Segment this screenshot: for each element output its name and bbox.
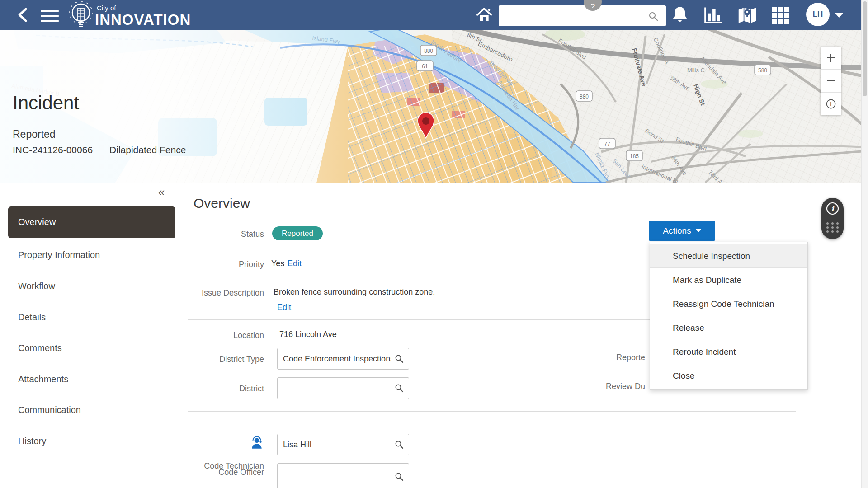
page-title: Incident [13,92,79,114]
priority-label: Priority [149,260,264,269]
incident-id: INC-241126-00066 [13,145,93,155]
sidebar-item-history[interactable]: History [18,436,46,446]
lookup-search-icon[interactable] [395,440,404,449]
reported-label-partial: Reporte [616,353,645,362]
drag-handle-dots-icon[interactable] [826,222,839,233]
chevron-down-icon [696,229,701,233]
scrollbar-thumb[interactable] [863,1,867,96]
incident-id-row: INC-241126-00066 Dilapidated Fence [13,144,186,156]
map-info-button[interactable]: i [821,93,841,115]
priority-value: Yes [271,259,284,268]
code-technician-fieldwrap [277,434,409,455]
map-pin-icon[interactable] [416,112,436,139]
search-icon[interactable] [648,11,658,21]
zoom-out-button[interactable] [821,70,841,93]
issue-description-label: Issue Description [149,288,264,298]
incident-type: Dilapidated Fence [109,145,186,155]
map-canvas: 8806188058077185 Island FwyAlameda Harbo… [0,30,868,183]
incident-map[interactable]: 8806188058077185 Island FwyAlameda Harbo… [0,30,868,183]
district-label: District [149,384,264,394]
code-officer-fieldwrap [277,463,409,488]
notifications-bell-icon[interactable] [671,5,689,24]
minus-icon [826,75,836,86]
highway-shield-number: 880 [580,94,589,100]
search-input[interactable] [499,5,666,26]
floating-info-widget[interactable]: i [821,198,844,239]
issue-edit-link[interactable]: Edit [277,303,291,312]
profile-chevron-down-icon[interactable] [835,13,844,18]
section-divider [188,411,796,412]
svg-text:i: i [831,204,835,213]
sidebar-item-label: Overview [18,217,56,227]
district-type-fieldwrap [277,348,409,370]
section-heading: Overview [193,196,250,211]
lookup-search-icon[interactable] [395,354,404,363]
highway-shield-number: 880 [424,48,433,54]
lookup-search-icon[interactable] [395,472,404,481]
sidebar-item-comments[interactable]: Comments [18,343,62,353]
location-label: Location [149,331,264,340]
info-icon[interactable]: i [826,202,839,215]
menu-item-schedule-inspection[interactable]: Schedule Inspection [650,244,807,268]
page-status: Reported [13,128,56,141]
home-icon[interactable] [476,7,492,23]
district-type-label: District Type [149,355,264,364]
map-zoom-controls: i [821,47,841,115]
status-label: Status [149,230,264,239]
menu-hamburger-icon[interactable] [41,10,61,23]
code-technician-person-icon [250,435,263,450]
sidebar-item-workflow[interactable]: Workflow [18,281,55,291]
sidebar-item-property-information[interactable]: Property Information [18,250,100,260]
sidebar-collapse-button[interactable]: « [158,186,165,198]
analytics-chart-icon[interactable] [703,7,724,24]
priority-edit-link[interactable]: Edit [288,259,302,268]
code-officer-label: Code Officer [149,468,264,477]
highway-shield-number: 77 [604,141,610,147]
location-value: 716 Lincoln Ave [279,330,337,339]
back-chevron-icon[interactable] [15,7,31,23]
code-officer-input[interactable] [277,463,409,488]
menu-item-reassign-code-technician[interactable]: Reassign Code Technician [650,292,807,316]
sidebar-item-details[interactable]: Details [18,312,46,323]
city-logo-icon[interactable] [65,0,97,30]
actions-menu: Schedule Inspection Mark as Duplicate Re… [650,242,808,390]
map-explorer-icon[interactable] [737,6,758,24]
logo-city-text: City of [97,4,116,12]
app-grid-icon[interactable] [771,6,790,25]
district-type-input[interactable] [277,348,409,370]
incident-page: 8806188058077185 Island FwyAlameda Harbo… [0,0,868,488]
map-street-label: Mills C [687,67,705,74]
review-due-label-partial: Review Du [606,382,645,391]
menu-item-close[interactable]: Close [650,364,807,388]
actions-button-label: Actions [663,226,691,236]
sidebar-item-attachments[interactable]: Attachments [18,374,68,385]
id-separator [101,144,101,156]
menu-item-reroute-incident[interactable]: Reroute Incident [650,340,807,364]
highway-shield-number: 185 [630,153,639,160]
info-icon: i [826,99,836,109]
district-input[interactable] [277,377,409,399]
menu-item-release[interactable]: Release [650,316,807,340]
lookup-search-icon[interactable] [395,384,404,393]
actions-button[interactable]: Actions [649,221,715,241]
issue-description-value: Broken fence surrounding construction zo… [274,287,435,297]
sidebar-item-communication[interactable]: Communication [18,405,81,415]
svg-text:i: i [830,101,832,108]
zoom-in-button[interactable] [821,47,841,70]
avatar[interactable]: LH [806,3,830,26]
status-badge: Reported [272,226,323,240]
highway-shield-number: 61 [422,63,428,70]
code-technician-input[interactable] [277,434,409,455]
highway-shield-number: 580 [758,67,767,74]
logo-name-text: INNOVATION [95,11,191,28]
menu-item-mark-as-duplicate[interactable]: Mark as Duplicate [650,268,807,292]
district-fieldwrap [277,377,409,399]
plus-icon [826,52,836,63]
